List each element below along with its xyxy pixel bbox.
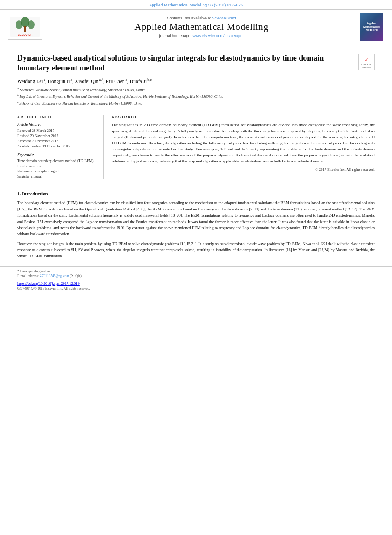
intro-paragraph-1: The boundary element method (BEM) for el… [17, 200, 375, 237]
section-1-heading: 1. Introduction [17, 191, 375, 196]
svg-point-3 [28, 20, 35, 29]
abstract-text: The singularities in 2-D time domain bou… [112, 122, 375, 165]
copyright-line: © 2017 Elsevier Inc. All rights reserved… [112, 167, 375, 172]
article-info-title: Article Info [17, 115, 98, 119]
accepted-date: Accepted 7 December 2017 [17, 139, 98, 143]
available-date: Available online 19 December 2017 [17, 144, 98, 148]
keyword-4: Singular integral [17, 174, 98, 178]
check-for-updates-badge: ✓ Check forupdates [358, 54, 375, 70]
top-bar: Applied Mathematical Modelling 56 (2018)… [0, 0, 392, 10]
paper-title: Dynamics-based analytical solutions to s… [17, 53, 375, 73]
revised-date: Revised 20 November 2017 [17, 134, 98, 138]
abstract-panel: Abstract The singularities in 2-D time d… [112, 115, 375, 179]
doi-url[interactable]: https://doi.org/10.1016/j.apm.2017.12.01… [17, 281, 80, 286]
svg-point-2 [16, 20, 22, 29]
author-4: Rui Chen [106, 79, 125, 84]
journal-title: Applied Mathematical Modelling [42, 21, 360, 32]
email-line: E-mail address: Z70113745@qq.com (X. Qin… [17, 274, 375, 278]
affiliations: a Shenzhen Graduate School, Harbin Insti… [17, 86, 375, 106]
keyword-3: Hadamard principle integral [17, 169, 98, 173]
author-2: Hongjun Ji [48, 79, 70, 84]
author-5: Duofa Ji [130, 79, 147, 84]
affiliation-b: b Key Lab of Structures Dynamic Behavior… [17, 93, 375, 99]
main-body: 1. Introduction The boundary element met… [0, 185, 392, 259]
svg-rect-4 [24, 26, 26, 32]
affiliation-a: a Shenzhen Graduate School, Harbin Insti… [17, 86, 375, 93]
footnote-section: * Corresponding author. E-mail address: … [0, 266, 392, 278]
elsevier-logo-svg: ELSEVIER [10, 16, 41, 38]
journal-header: ELSEVIER Contents lists available at Sci… [0, 10, 392, 45]
journal-reference-link[interactable]: Applied Mathematical Modelling 56 (2018)… [149, 3, 243, 7]
authors-line: Weidong Lei a, Hongjun Ji a, Xiaofei Qin… [17, 78, 375, 84]
paper-section: ✓ Check forupdates Dynamics-based analyt… [0, 45, 392, 179]
article-history-title: Article history: [17, 122, 98, 127]
keywords-label: Keywords: [17, 153, 98, 157]
homepage-link[interactable]: www.elsevier.com/locate/apm [193, 34, 244, 38]
elsevier-logo: ELSEVIER [8, 15, 42, 40]
intro-paragraph-2: However, the singular integral is the ma… [17, 241, 375, 259]
svg-text:ELSEVIER: ELSEVIER [18, 33, 33, 36]
issn-line: 0307-904X/© 2017 Elsevier Inc. All right… [17, 287, 375, 290]
journal-cover: AppliedMathematicalModelling [360, 13, 384, 41]
journal-homepage: journal homepage: www.elsevier.com/locat… [42, 34, 360, 38]
abstract-title: Abstract [112, 115, 375, 119]
author-3: Xiaofei Qin [75, 79, 99, 84]
author-1: Weidong Lei [17, 79, 43, 84]
affiliation-c: c School of Civil Engineering, Harbin In… [17, 100, 375, 106]
journal-center: Contents lists available at ScienceDirec… [42, 16, 360, 38]
doi-section: https://doi.org/10.1016/j.apm.2017.12.01… [0, 279, 392, 293]
sciencedirect-link[interactable]: ScienceDirect [212, 16, 236, 20]
contents-text: Contents lists available at [167, 16, 211, 20]
keyword-1: Time domain boundary element method (TD-… [17, 159, 98, 163]
cover-image: AppliedMathematicalModelling [360, 13, 383, 41]
keyword-2: Elastodynamics [17, 164, 98, 168]
contents-line: Contents lists available at ScienceDirec… [42, 16, 360, 20]
received-date: Received 28 March 2017 [17, 128, 98, 133]
corresponding-author-note: * Corresponding author. [17, 269, 375, 273]
doi-link: https://doi.org/10.1016/j.apm.2017.12.01… [17, 281, 375, 286]
article-info-panel: Article Info Article history: Received 2… [17, 115, 104, 179]
email-link[interactable]: Z70113745@qq.com [40, 274, 69, 278]
article-info-abstract: Article Info Article history: Received 2… [17, 111, 375, 179]
